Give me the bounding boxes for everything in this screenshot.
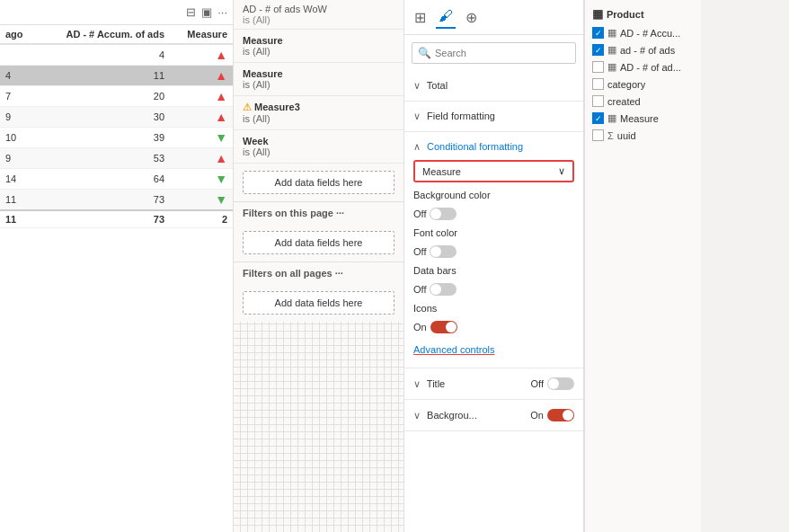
format-panel-header: ⊞ 🖌 ⊕ xyxy=(404,0,583,35)
total-cell-measure: 2 xyxy=(170,210,233,228)
sidebar-checkbox[interactable] xyxy=(592,27,604,39)
background-color-toggle-row: Off xyxy=(413,204,574,224)
sidebar-item[interactable]: ▦Measure xyxy=(585,110,701,127)
filter-measure1-title: Measure xyxy=(243,35,394,46)
title-toggle[interactable] xyxy=(547,377,574,390)
table-row[interactable]: 1039▼ xyxy=(0,128,233,148)
table-total-row: 11732 xyxy=(0,210,233,228)
filter-panel: AD - # of ads WoW is (All) Measure is (A… xyxy=(234,0,404,532)
add-fields-all-button[interactable]: Add data fields here xyxy=(243,291,394,315)
sidebar-checkbox[interactable] xyxy=(592,95,604,107)
sidebar-item-label: created xyxy=(607,96,641,107)
add-fields-page-button[interactable]: Add data fields here xyxy=(243,231,394,254)
field-formatting-header[interactable]: ∨ Field formatting xyxy=(413,107,574,126)
more-icon[interactable]: ··· xyxy=(217,5,227,19)
filters-page-more[interactable]: ··· xyxy=(336,208,344,218)
table-row[interactable]: 720▲ xyxy=(0,86,233,107)
sidebar-item[interactable]: created xyxy=(585,93,701,110)
icons-label: Icons xyxy=(413,303,437,314)
background-section-header[interactable]: ∨ Backgrou... On xyxy=(413,405,574,425)
arrow-up-icon: ▲ xyxy=(215,89,227,103)
font-color-toggle[interactable] xyxy=(430,245,457,258)
table-row[interactable]: 930▲ xyxy=(0,107,233,128)
filters-all-more[interactable]: ··· xyxy=(335,268,343,279)
advanced-controls-link[interactable]: Advanced controls xyxy=(413,341,495,359)
table-icon: ▦ xyxy=(607,112,616,124)
filters-on-all-pages-header[interactable]: Filters on all pages ··· xyxy=(234,262,403,284)
total-section: ∨ Total xyxy=(404,71,583,102)
table-icon: ▦ xyxy=(607,44,616,56)
arrow-down-icon: ▼ xyxy=(215,130,227,145)
background-section-toggle[interactable] xyxy=(547,409,574,421)
data-bars-label: Data bars xyxy=(413,265,457,276)
add-fields-top-button[interactable]: Add data fields here xyxy=(243,171,394,194)
arrow-up-icon: ▲ xyxy=(215,151,227,165)
filter-measure1-value: is (All) xyxy=(243,46,394,57)
conditional-formatting-section: ∧ Conditional formatting Measure ∨ Backg… xyxy=(404,132,583,368)
sidebar-checkbox[interactable] xyxy=(592,61,604,73)
filter-item-adwow[interactable]: AD - # of ads WoW is (All) xyxy=(234,0,403,30)
cell-measure: ▲ xyxy=(170,44,233,66)
filter-icon[interactable]: ⊟ xyxy=(186,5,196,19)
filter-item-measure3[interactable]: Measure3 is (All) xyxy=(234,96,403,130)
total-label: ∨ Total xyxy=(413,80,448,92)
sidebar-table-icon: ▦ xyxy=(592,7,603,21)
arrow-up-icon: ▲ xyxy=(215,110,227,124)
arrow-down-icon: ▼ xyxy=(215,172,227,186)
sidebar-checkbox[interactable] xyxy=(592,44,604,56)
filter-measure2-title: Measure xyxy=(243,68,394,79)
filter-item-measure1[interactable]: Measure is (All) xyxy=(234,30,403,63)
cell-measure: ▲ xyxy=(170,86,233,107)
sidebar-item[interactable]: ▦AD - # of ad... xyxy=(585,58,701,75)
conditional-formatting-header[interactable]: ∧ Conditional formatting xyxy=(413,137,574,156)
grid-tab-icon[interactable]: ⊞ xyxy=(412,6,429,29)
sidebar-checkbox[interactable] xyxy=(592,129,604,141)
cell-measure: ▼ xyxy=(170,169,233,190)
cell-ago: 11 xyxy=(0,190,35,211)
table-row[interactable]: 1173▼ xyxy=(0,190,233,211)
sidebar-item-label: category xyxy=(607,79,645,90)
cell-measure: ▼ xyxy=(170,128,233,148)
col-header-accum: AD - # Accum. of ads xyxy=(35,25,170,44)
conditional-formatting-label: ∧ Conditional formatting xyxy=(413,141,523,153)
data-bars-toggle[interactable] xyxy=(430,283,457,296)
total-section-header[interactable]: ∨ Total xyxy=(413,76,574,95)
icons-on-label: On xyxy=(413,322,427,332)
sidebar-item[interactable]: ▦ad - # of ads xyxy=(585,41,701,58)
sidebar-checkbox[interactable] xyxy=(592,78,604,90)
sidebar-item[interactable]: ▦AD - # Accu... xyxy=(585,24,701,41)
sidebar-item-label: Measure xyxy=(620,113,659,124)
sidebar-item-label: uuid xyxy=(617,130,636,141)
filter-measure2-value: is (All) xyxy=(243,79,394,90)
table-row[interactable]: 1464▼ xyxy=(0,169,233,190)
paint-tab-icon[interactable]: 🖌 xyxy=(436,5,456,29)
arrow-up-icon: ▲ xyxy=(215,68,227,83)
arrow-down-icon: ▼ xyxy=(215,192,227,207)
data-bars-row: Data bars xyxy=(413,262,574,279)
background-color-label: Background color xyxy=(413,190,491,200)
background-color-toggle[interactable] xyxy=(430,208,457,220)
filter-item-measure2[interactable]: Measure is (All) xyxy=(234,63,403,96)
sidebar-item[interactable]: Σuuid xyxy=(585,127,701,144)
font-color-row: Font color xyxy=(413,224,574,242)
table-row[interactable]: 411▲ xyxy=(0,66,233,86)
sidebar-checkbox[interactable] xyxy=(592,112,604,124)
title-section-header[interactable]: ∨ Title Off xyxy=(413,374,574,394)
icons-toggle[interactable] xyxy=(430,321,457,333)
sidebar-item[interactable]: category xyxy=(585,75,701,93)
table-row[interactable]: 953▲ xyxy=(0,148,233,169)
filter-measure3-value: is (All) xyxy=(243,113,394,124)
icons-row: Icons xyxy=(413,299,574,317)
filter-item-week[interactable]: Week is (All) xyxy=(234,130,403,164)
cell-measure: ▲ xyxy=(170,148,233,169)
search-input[interactable] xyxy=(435,48,570,58)
filters-on-page-header[interactable]: Filters on this page ··· xyxy=(234,201,403,224)
background-section: ∨ Backgrou... On xyxy=(404,400,583,431)
font-off-label: Off xyxy=(413,246,426,257)
sidebar-item-label: ad - # of ads xyxy=(620,45,675,56)
globe-tab-icon[interactable]: ⊕ xyxy=(463,6,480,29)
layout-icon[interactable]: ▣ xyxy=(201,5,212,19)
cell-measure: ▼ xyxy=(170,190,233,211)
table-row[interactable]: 4▲ xyxy=(0,44,233,66)
measure-dropdown[interactable]: Measure ∨ xyxy=(413,160,574,182)
